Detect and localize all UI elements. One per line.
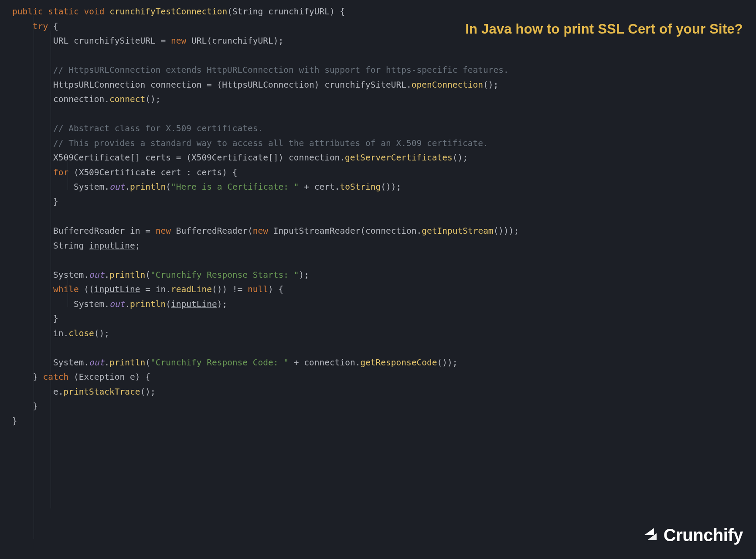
code-text: (); <box>453 153 468 163</box>
code-text: (Exception e) { <box>68 372 150 382</box>
method-call: getServerCertificates <box>345 153 453 163</box>
indent-guide-3a <box>68 161 68 190</box>
kw-try: try <box>33 21 48 31</box>
fn-name: crunchifyTestConnection <box>109 7 227 17</box>
field-out: out <box>89 358 104 368</box>
code-text: . <box>104 358 109 368</box>
method-call: println <box>130 299 166 309</box>
method-call: connect <box>109 94 145 104</box>
headline-text: In Java how to print SSL Cert of your Si… <box>465 17 743 41</box>
string-literal: "Crunchify Response Code: " <box>150 358 289 368</box>
code-text: System. <box>74 299 109 309</box>
code-text: . <box>125 182 130 192</box>
kw-catch: catch <box>43 372 68 382</box>
brand-name: Crunchify <box>664 520 743 550</box>
method-call: println <box>109 270 145 280</box>
code-text: System. <box>53 358 89 368</box>
code-text: ()); <box>437 358 458 368</box>
code-text: (); <box>145 94 160 104</box>
var-inputline: inputLine <box>94 284 140 294</box>
method-call: getResponseCode <box>360 358 437 368</box>
kw-new: new <box>171 36 186 46</box>
param-name: crunchifyURL <box>263 7 330 17</box>
string-literal: "Crunchify Response Starts: " <box>150 270 299 280</box>
code-text: connection. <box>53 94 109 104</box>
code-text: ( <box>166 182 171 192</box>
code-text: System. <box>53 270 89 280</box>
field-out: out <box>109 299 125 309</box>
code-text: ()) != <box>212 284 248 294</box>
method-call: printStackTrace <box>63 387 140 397</box>
field-out: out <box>109 182 125 192</box>
brace: { <box>48 21 58 31</box>
comment: // This provides a standard way to acces… <box>53 138 488 148</box>
code-text: ) { <box>268 284 283 294</box>
method-call: readLine <box>171 284 212 294</box>
code-block: public static void crunchifyTestConnecti… <box>12 4 756 428</box>
kw-new: new <box>253 226 268 236</box>
comment: // Abstract class for X.509 certificates… <box>53 123 263 133</box>
code-text: ); <box>217 299 227 309</box>
code-text: URL(crunchifyURL); <box>186 36 283 46</box>
code-text: . <box>125 299 130 309</box>
comment: // HttpsURLConnection extends HttpURLCon… <box>53 65 509 75</box>
kw-public: public <box>12 7 43 17</box>
code-text: BufferedReader( <box>171 226 253 236</box>
kw-new: new <box>156 226 171 236</box>
string-literal: "Here is a Certificate: " <box>171 182 299 192</box>
indent-guide-3b <box>68 278 68 307</box>
indent-guide-2 <box>51 31 51 508</box>
brace: { <box>335 7 345 17</box>
code-text: + connection. <box>289 358 360 368</box>
code-text: InputStreamReader(connection. <box>268 226 422 236</box>
field-out: out <box>89 270 104 280</box>
code-text: ( <box>145 270 150 280</box>
brace: } <box>53 314 58 324</box>
method-call: toString <box>340 182 381 192</box>
kw-while: while <box>53 284 79 294</box>
brace: } <box>12 416 17 426</box>
method-call: getInputStream <box>422 226 493 236</box>
brand-logo: Crunchify <box>641 520 743 550</box>
code-text: ( <box>166 299 171 309</box>
code-text: ; <box>135 241 140 251</box>
paren-close: ) <box>330 7 335 17</box>
brace: } <box>53 197 58 207</box>
kw-null: null <box>248 284 268 294</box>
code-text: ); <box>299 270 309 280</box>
code-text: in. <box>53 328 68 338</box>
code-text: (X509Certificate cert : certs) { <box>68 167 237 177</box>
code-text: (); <box>483 80 498 90</box>
code-text: String <box>53 241 89 251</box>
param-type: String <box>232 7 263 17</box>
code-text: (); <box>140 387 156 397</box>
code-text: URL crunchifySiteURL = <box>53 36 171 46</box>
paren-open: ( <box>227 7 232 17</box>
code-text: ( <box>145 358 150 368</box>
code-text: (); <box>94 328 109 338</box>
brand-icon <box>641 525 661 545</box>
method-call: close <box>68 328 94 338</box>
code-text: (( <box>79 284 94 294</box>
code-text: e. <box>53 387 63 397</box>
code-text: = in. <box>140 284 171 294</box>
code-text: System. <box>74 182 109 192</box>
indent-guide-1 <box>34 16 34 539</box>
kw-void: void <box>84 7 104 17</box>
var-inputline: inputLine <box>171 299 217 309</box>
code-text: BufferedReader in = <box>53 226 156 236</box>
code-text: HttpsURLConnection connection = (HttpsUR… <box>53 80 412 90</box>
code-text: } <box>33 372 43 382</box>
method-call: println <box>130 182 166 192</box>
kw-for: for <box>53 167 68 177</box>
code-text: ())); <box>494 226 519 236</box>
kw-static: static <box>48 7 78 17</box>
code-text: X509Certificate[] certs = (X509Certifica… <box>53 153 345 163</box>
code-text: . <box>104 270 109 280</box>
method-call: openConnection <box>412 80 483 90</box>
var-inputline: inputLine <box>89 241 135 251</box>
code-text: ()); <box>381 182 401 192</box>
method-call: println <box>109 358 145 368</box>
code-text: + cert. <box>299 182 340 192</box>
